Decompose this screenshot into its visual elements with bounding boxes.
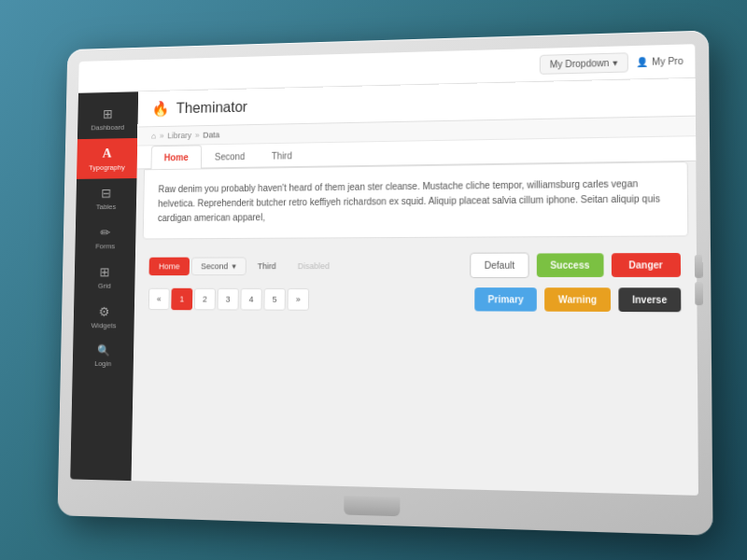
forms-icon: ✏ bbox=[100, 225, 110, 239]
grid-icon: ⊞ bbox=[99, 265, 109, 279]
color-buttons-top-row: Default Success Danger bbox=[471, 252, 682, 278]
monitor-stand bbox=[344, 496, 400, 516]
tables-label: Tables bbox=[96, 203, 116, 211]
tab-home[interactable]: Home bbox=[151, 145, 203, 169]
primary-button[interactable]: Primary bbox=[474, 287, 537, 312]
monitor-buttons bbox=[695, 255, 703, 305]
pagination-prev[interactable]: « bbox=[148, 287, 170, 309]
pill-dropdown-arrow: ▾ bbox=[232, 261, 236, 271]
pagination-page-1[interactable]: 1 bbox=[171, 287, 192, 309]
buttons-bottom-row: « 1 2 3 4 bbox=[148, 287, 681, 313]
dropdown-label: My Dropdown bbox=[550, 58, 610, 70]
content-area: 🔥 Theminator ⌂ » Library » Data Home bbox=[132, 78, 698, 496]
dashboard-label: Dashboard bbox=[91, 123, 124, 132]
my-dropdown-button[interactable]: My Dropdown ▾ bbox=[539, 52, 628, 75]
forms-label: Forms bbox=[95, 242, 115, 250]
sidebar-item-dashboard[interactable]: ⊞ Dashboard bbox=[78, 99, 138, 139]
sidebar: ⊞ Dashboard A Typography ⊟ Tables ✏ Form… bbox=[70, 91, 138, 481]
success-button[interactable]: Success bbox=[537, 253, 603, 277]
buttons-section: Home Second ▾ Third Disabled bbox=[132, 245, 698, 496]
pagination-page-3[interactable]: 3 bbox=[218, 287, 239, 310]
dashboard-icon: ⊞ bbox=[103, 106, 113, 120]
tab-content-panel: Raw denim you probably haven't heard of … bbox=[143, 161, 689, 239]
color-buttons-bottom-row: Primary Warning Inverse bbox=[474, 287, 681, 312]
warning-button[interactable]: Warning bbox=[544, 287, 611, 312]
grid-label: Grid bbox=[98, 282, 111, 290]
danger-button[interactable]: Danger bbox=[611, 253, 681, 277]
sidebar-item-typography[interactable]: A Typography bbox=[77, 138, 137, 179]
tab-content-text: Raw denim you probably haven't heard of … bbox=[158, 176, 671, 226]
sidebar-item-widgets[interactable]: ⚙ Widgets bbox=[73, 297, 134, 337]
monitor-btn-1 bbox=[695, 255, 703, 278]
login-label: Login bbox=[94, 359, 111, 368]
pills-nav: Home Second ▾ Third Disabled bbox=[149, 257, 340, 275]
tab-second[interactable]: Second bbox=[202, 144, 259, 168]
login-icon: 🔍 bbox=[96, 344, 109, 357]
user-label: My Pro bbox=[652, 56, 683, 67]
sidebar-item-forms[interactable]: ✏ Forms bbox=[75, 217, 135, 258]
user-profile-button[interactable]: 👤 My Pro bbox=[637, 56, 684, 67]
pagination-page-5[interactable]: 5 bbox=[263, 287, 285, 310]
pill-second[interactable]: Second ▾ bbox=[191, 257, 247, 275]
sidebar-item-login[interactable]: 🔍 Login bbox=[73, 337, 134, 375]
pagination-page-4[interactable]: 4 bbox=[240, 287, 261, 310]
monitor-btn-2 bbox=[695, 282, 703, 305]
pill-disabled: Disabled bbox=[288, 257, 340, 275]
tables-icon: ⊟ bbox=[101, 186, 111, 200]
breadcrumb-current: Data bbox=[203, 131, 219, 140]
widgets-label: Widgets bbox=[92, 321, 117, 329]
tab-third[interactable]: Third bbox=[258, 143, 305, 167]
sidebar-item-tables[interactable]: ⊟ Tables bbox=[76, 178, 136, 218]
pill-home[interactable]: Home bbox=[149, 257, 190, 275]
breadcrumb-home-icon: ⌂ bbox=[151, 132, 156, 141]
main-layout: ⊞ Dashboard A Typography ⊟ Tables ✏ Form… bbox=[70, 78, 698, 496]
breadcrumb-sep-1: » bbox=[160, 132, 164, 141]
inverse-button[interactable]: Inverse bbox=[618, 287, 681, 312]
flame-icon: 🔥 bbox=[151, 100, 169, 118]
user-icon: 👤 bbox=[637, 57, 649, 67]
typography-icon: A bbox=[103, 146, 112, 161]
pagination-next[interactable]: » bbox=[288, 287, 310, 310]
monitor-screen: My Dropdown ▾ 👤 My Pro ⊞ Dashboard A Typ… bbox=[70, 44, 698, 496]
app-title: Theminator bbox=[176, 99, 248, 117]
breadcrumb-library-link[interactable]: Library bbox=[167, 131, 191, 140]
monitor-shell: My Dropdown ▾ 👤 My Pro ⊞ Dashboard A Typ… bbox=[57, 31, 712, 536]
widgets-icon: ⚙ bbox=[98, 304, 109, 319]
dropdown-arrow-icon: ▾ bbox=[613, 58, 617, 68]
default-button[interactable]: Default bbox=[471, 253, 529, 278]
typography-label: Typography bbox=[89, 163, 125, 172]
pagination-page-2[interactable]: 2 bbox=[194, 287, 216, 310]
pagination: « 1 2 3 4 bbox=[148, 287, 309, 310]
sidebar-item-grid[interactable]: ⊞ Grid bbox=[74, 258, 135, 298]
pill-third[interactable]: Third bbox=[247, 257, 286, 275]
breadcrumb-sep-2: » bbox=[195, 131, 200, 140]
